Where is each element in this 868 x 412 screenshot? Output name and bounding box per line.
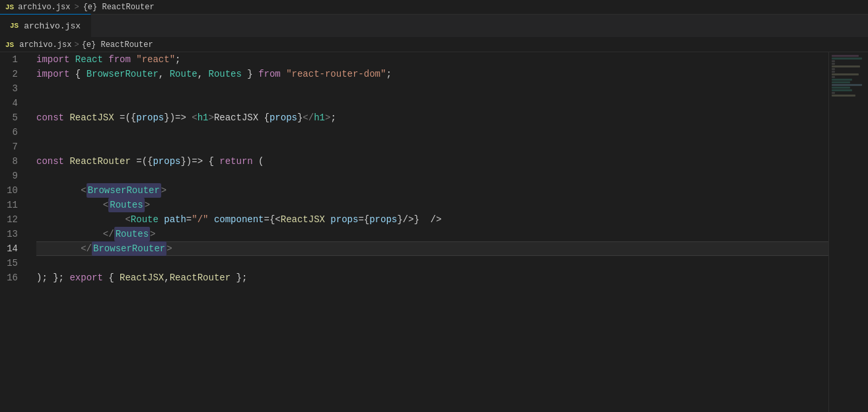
title-symbol: {e} ReactRouter: [83, 3, 155, 12]
token-gt-close-1: >: [325, 110, 330, 125]
token-h1-close: h1: [314, 110, 325, 125]
code-line-15: [36, 256, 828, 270]
token-lt-1: <: [192, 110, 197, 125]
line-num-11: 11: [0, 198, 24, 212]
tab-js-icon: JS: [10, 22, 18, 30]
token-lt-close-1: </: [303, 110, 314, 125]
token-reactrouter-export: ReactRouter: [170, 270, 231, 285]
token-h1-open: h1: [198, 110, 209, 125]
code-line-12: < Route path = "/" component ={< ReactJS…: [36, 212, 828, 227]
token-routes-import: Routes: [209, 67, 242, 81]
tab-label: archivo.jsx: [24, 21, 81, 31]
code-line-16: ); }; export { ReactJSX , ReactRouter };: [36, 270, 828, 285]
title-bar-text: JS archivo.jsx > {e} ReactRouter: [5, 3, 155, 12]
code-line-13: </ Routes >: [36, 227, 828, 241]
title-js-icon: JS: [5, 3, 14, 11]
token-props-2: props: [270, 110, 297, 125]
token-component-attr: component: [214, 212, 264, 227]
title-filename: archivo.jsx: [18, 3, 70, 12]
token-props-1: props: [136, 110, 164, 125]
code-line-7: [36, 140, 828, 154]
code-line-1: import React from "react" ;: [36, 52, 828, 67]
token-props-4: props: [369, 212, 397, 227]
tab-bar: JS archivo.jsx: [0, 15, 868, 38]
code-line-10: < BrowserRouter >: [36, 183, 828, 198]
code-line-6: [36, 125, 828, 140]
breadcrumb-symbol: {e} ReactRouter: [82, 40, 153, 50]
code-line-9: [36, 169, 828, 183]
code-area[interactable]: import React from "react" ; import { Bro…: [30, 52, 828, 412]
breadcrumb-sep1: >: [74, 40, 79, 50]
code-line-8: const ReactRouter =({ props })=> { retur…: [36, 154, 828, 169]
line-num-2: 2: [0, 67, 24, 81]
line-num-12: 12: [0, 212, 24, 227]
token-route-import: Route: [170, 67, 198, 81]
token-str-router-dom: "react-router-dom": [286, 67, 386, 81]
token-reactjsx-def: ReactJSX: [69, 110, 114, 125]
token-const-2: const: [36, 154, 64, 169]
token-export: export: [69, 270, 102, 285]
token-reactrouter-def: ReactRouter: [69, 154, 130, 169]
token-return: return: [219, 154, 252, 169]
token-from-1: from: [108, 52, 131, 67]
line-num-13: 13: [0, 227, 24, 241]
token-lt-close-br: </: [81, 241, 92, 256]
line-numbers: 1 2 3 4 5 6 7 8 9 10 11 12 13 14 15 16: [0, 52, 30, 412]
line-num-16: 16: [0, 270, 24, 285]
token-routes-open: Routes: [108, 198, 144, 212]
token-routes-close: Routes: [114, 227, 150, 241]
code-line-3: [36, 81, 828, 96]
code-line-11: < Routes >: [36, 198, 828, 212]
code-line-4: [36, 96, 828, 110]
code-line-2: import { BrowserRouter , Route , Routes …: [36, 67, 828, 81]
token-path-val: "/": [192, 212, 208, 227]
breadcrumb-file: JS: [5, 41, 14, 49]
token-lt-br: <: [81, 183, 86, 198]
token-react: React: [75, 52, 103, 67]
line-num-15: 15: [0, 256, 24, 270]
token-gt-br: >: [161, 183, 166, 198]
token-browserrouter-import: BrowserRouter: [87, 67, 159, 81]
token-lt-routes: <: [103, 198, 108, 212]
token-gt-close-routes: >: [150, 227, 155, 241]
minimap-content: [829, 52, 868, 100]
token-lt-close-routes: </: [103, 227, 114, 241]
token-gt-close-br: >: [166, 241, 172, 256]
token-gt-1: >: [209, 110, 214, 125]
line-num-3: 3: [0, 81, 24, 96]
token-str-react: "react": [136, 52, 175, 67]
token-const-1: const: [36, 110, 64, 125]
line-num-8: 8: [0, 154, 24, 169]
code-line-14: </ BrowserRouter >: [36, 241, 828, 256]
line-num-1: 1: [0, 52, 24, 67]
token-props-attr: props: [330, 212, 358, 227]
title-separator: >: [74, 3, 79, 12]
token-path-attr: path: [164, 212, 186, 227]
token-browserrouter-open: BrowserRouter: [87, 183, 161, 198]
token-reactjsx-use: ReactJSX: [281, 212, 325, 227]
token-lt-route: <: [125, 212, 130, 227]
breadcrumb-filename: archivo.jsx: [19, 40, 71, 50]
token-import-2: import: [36, 67, 69, 81]
token-from-2: from: [258, 67, 281, 81]
token-gt-routes: >: [145, 198, 150, 212]
token-props-3: props: [153, 154, 180, 169]
line-num-4: 4: [0, 96, 24, 110]
line-num-7: 7: [0, 140, 24, 154]
line-num-9: 9: [0, 169, 24, 183]
tab-archivo[interactable]: JS archivo.jsx: [0, 14, 91, 37]
line-num-14: 14: [0, 241, 24, 256]
title-bar: JS archivo.jsx > {e} ReactRouter: [0, 0, 868, 15]
minimap: [828, 52, 868, 412]
code-line-5: const ReactJSX =({ props })=> < h1 > Rea…: [36, 110, 828, 125]
breadcrumb-bar: JS archivo.jsx > {e} ReactRouter: [0, 38, 868, 52]
line-num-5: 5: [0, 110, 24, 125]
editor-container: 1 2 3 4 5 6 7 8 9 10 11 12 13 14 15 16 i…: [0, 52, 868, 412]
line-num-6: 6: [0, 125, 24, 140]
token-route-tag: Route: [131, 212, 159, 227]
line-num-10: 10: [0, 183, 24, 198]
token-browserrouter-close: BrowserRouter: [92, 241, 166, 256]
token-reactjsx-export: ReactJSX: [120, 270, 164, 285]
token-import-1: import: [36, 52, 69, 67]
